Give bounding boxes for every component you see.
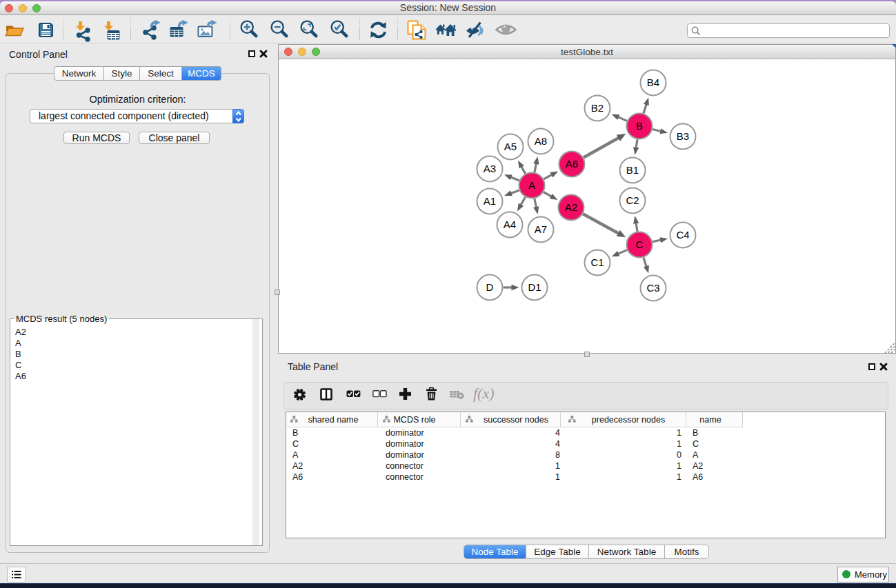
svg-text:A2: A2 — [565, 201, 577, 213]
svg-text:C1: C1 — [590, 256, 604, 268]
svg-text:D1: D1 — [528, 281, 541, 293]
svg-text:C: C — [636, 239, 644, 250]
svg-text:B3: B3 — [677, 130, 689, 142]
svg-text:A3: A3 — [484, 163, 496, 174]
svg-text:A6: A6 — [566, 158, 578, 170]
svg-text:B: B — [636, 120, 643, 132]
svg-text:C3: C3 — [646, 282, 659, 294]
svg-text:A7: A7 — [535, 223, 547, 235]
svg-text:B1: B1 — [626, 164, 639, 176]
svg-text:D: D — [486, 281, 494, 293]
svg-text:A8: A8 — [535, 135, 547, 147]
svg-text:C2: C2 — [626, 194, 639, 206]
svg-text:A1: A1 — [484, 195, 496, 207]
svg-text:C4: C4 — [676, 229, 689, 241]
svg-text:B4: B4 — [647, 77, 659, 88]
svg-text:A4: A4 — [504, 219, 516, 230]
svg-text:A5: A5 — [504, 141, 517, 152]
svg-text:A: A — [528, 179, 535, 191]
svg-text:B2: B2 — [591, 102, 604, 114]
